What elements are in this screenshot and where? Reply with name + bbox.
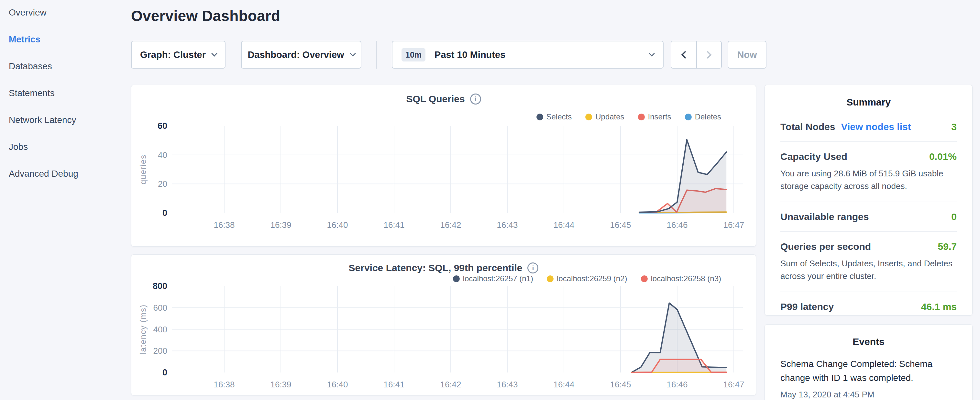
summary-description: Sum of Selects, Updates, Inserts, and De… (780, 257, 957, 282)
svg-text:40: 40 (158, 150, 167, 160)
sidebar-item-jobs[interactable]: Jobs (9, 142, 125, 152)
summary-label: Queries per second (780, 241, 871, 252)
svg-text:0: 0 (162, 368, 167, 377)
svg-text:800: 800 (153, 281, 167, 291)
graph-scope-dropdown[interactable]: Graph: Cluster (131, 41, 226, 69)
svg-text:16:42: 16:42 (440, 220, 461, 230)
svg-text:16:40: 16:40 (327, 220, 348, 230)
summary-label: Unavailable ranges (780, 211, 869, 222)
event-timestamp: May 13, 2020 at 4:45 PM (780, 390, 957, 400)
svg-text:16:47: 16:47 (723, 379, 744, 389)
svg-text:200: 200 (153, 346, 167, 356)
sidebar-item-statements[interactable]: Statements (9, 88, 125, 98)
summary-value: 3 (951, 121, 957, 132)
svg-text:16:41: 16:41 (383, 220, 404, 230)
chevron-down-icon (350, 51, 356, 56)
svg-text:16:47: 16:47 (723, 220, 744, 230)
view-nodes-list-link[interactable]: View nodes list (841, 121, 911, 132)
time-range-label: Past 10 Minutes (434, 49, 505, 60)
graph-scope-label: Graph: Cluster (140, 49, 206, 60)
summary-description: You are using 28.6 MiB of 515.9 GiB usab… (780, 167, 957, 193)
svg-text:16:44: 16:44 (553, 379, 574, 389)
sql-queries-chart-panel: SQL Queries SelectsUpdatesInsertsDeletes… (131, 85, 756, 247)
svg-text:16:38: 16:38 (213, 220, 235, 230)
time-range-badge: 10m (401, 48, 425, 62)
service-latency-chart-panel: Service Latency: SQL, 99th percentile lo… (131, 254, 756, 395)
chevron-down-icon (649, 51, 654, 56)
event-text: Schema Change Completed: Schema change w… (780, 357, 957, 385)
sidebar-item-databases[interactable]: Databases (9, 62, 125, 71)
dashboard-label: Dashboard: Overview (248, 49, 344, 60)
sidebar-item-advanced-debug[interactable]: Advanced Debug (9, 169, 125, 178)
arrow-right-icon (704, 51, 711, 59)
sidebar-nav-list: OverviewMetricsDatabasesStatementsNetwor… (9, 8, 125, 178)
summary-title: Summary (780, 97, 957, 108)
summary-label: P99 latency (780, 301, 834, 312)
summary-label: Total Nodes (780, 121, 835, 132)
svg-text:16:43: 16:43 (496, 379, 518, 389)
event-item[interactable]: Schema Change Completed: Schema change w… (780, 357, 957, 400)
svg-text:20: 20 (158, 179, 167, 189)
summary-row-unavailable-ranges: Unavailable ranges 0 (780, 202, 957, 232)
svg-text:latency (ms): latency (ms) (138, 304, 148, 354)
svg-text:16:46: 16:46 (667, 379, 687, 389)
summary-value: 46.1 ms (921, 301, 957, 312)
summary-row-p99-latency: P99 latency 46.1 ms (780, 292, 957, 321)
summary-value: 0.01% (929, 151, 957, 162)
toolbar: Graph: Cluster Dashboard: Overview 10m P… (131, 41, 767, 69)
svg-text:16:46: 16:46 (667, 220, 687, 230)
svg-text:16:43: 16:43 (496, 220, 518, 230)
now-button[interactable]: Now (728, 41, 767, 69)
time-forward-button[interactable] (696, 41, 721, 68)
svg-text:16:45: 16:45 (610, 220, 631, 230)
svg-text:queries: queries (138, 155, 148, 185)
svg-text:600: 600 (153, 303, 167, 312)
sidebar-item-metrics[interactable]: Metrics (9, 35, 125, 44)
events-panel: Events Schema Change Completed: Schema c… (765, 324, 972, 400)
summary-row-queries-per-second: Queries per second 59.7 Sum of Selects, … (780, 232, 957, 292)
time-back-button[interactable] (671, 41, 696, 68)
sidebar-item-overview[interactable]: Overview (9, 8, 125, 18)
summary-value: 59.7 (938, 241, 957, 252)
svg-text:16:45: 16:45 (610, 379, 631, 389)
dashboard-dropdown[interactable]: Dashboard: Overview (241, 41, 361, 69)
summary-row-capacity-used: Capacity Used 0.01% You are using 28.6 M… (780, 142, 957, 202)
svg-text:0: 0 (162, 208, 167, 218)
sidebar: OverviewMetricsDatabasesStatementsNetwor… (9, 8, 125, 196)
events-title: Events (780, 336, 957, 347)
svg-text:16:39: 16:39 (270, 220, 291, 230)
svg-text:16:39: 16:39 (270, 379, 291, 389)
arrow-left-icon (681, 51, 689, 59)
svg-text:60: 60 (158, 121, 167, 131)
svg-text:16:41: 16:41 (383, 379, 404, 389)
svg-text:16:38: 16:38 (213, 379, 235, 389)
chevron-down-icon (211, 51, 217, 56)
page-title: Overview Dashboard (131, 7, 280, 25)
svg-text:16:40: 16:40 (327, 379, 348, 389)
svg-text:16:44: 16:44 (553, 220, 574, 230)
time-window-arrows (671, 41, 722, 69)
summary-panel: Summary Total Nodes View nodes list 3 Ca… (765, 85, 972, 316)
chart-canvas[interactable]: 16:3816:3916:4016:4116:4216:4316:4416:45… (131, 255, 756, 396)
chart-canvas[interactable]: 16:3816:3916:4016:4116:4216:4316:4416:45… (131, 85, 756, 247)
summary-label: Capacity Used (780, 151, 847, 162)
summary-row-total-nodes: Total Nodes View nodes list 3 (780, 112, 957, 142)
summary-value: 0 (951, 211, 957, 222)
svg-text:400: 400 (153, 325, 167, 334)
time-range-dropdown[interactable]: 10m Past 10 Minutes (392, 41, 663, 69)
toolbar-divider (376, 41, 377, 69)
svg-text:16:42: 16:42 (440, 379, 461, 389)
sidebar-item-network-latency[interactable]: Network Latency (9, 115, 125, 125)
